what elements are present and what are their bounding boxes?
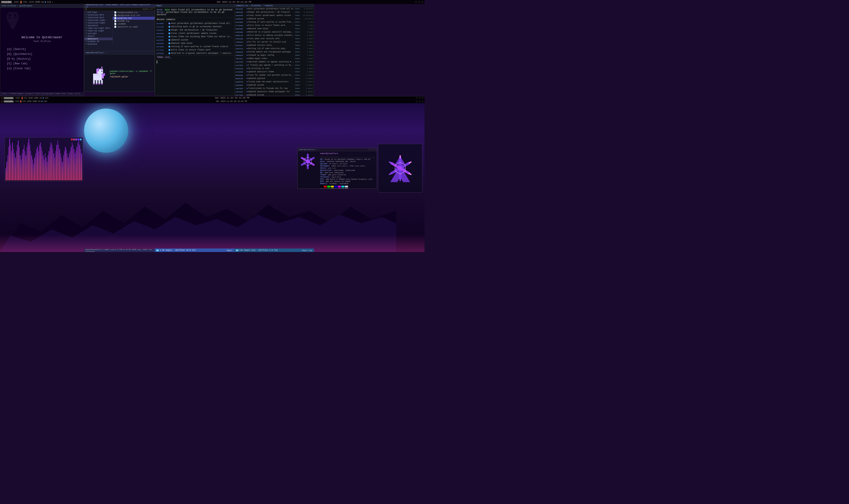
merge-head-label: Head: main main Fixed all screenshots to… (157, 8, 233, 11)
log-4[interactable]: 5af930d ● Testing if auto-cpufreq is sys… (235, 21, 314, 24)
music-color-swatches (71, 139, 82, 140)
qute-menu-closetab[interactable]: [x] [Close tab] (7, 66, 77, 71)
dir-selenized3[interactable]: f selenized-light (84, 19, 112, 22)
recent-commits-header: Recent commits (155, 17, 234, 22)
log-3[interactable]: a4995e0 ● Updated system Emmet 18 hours (235, 17, 314, 21)
log-19[interactable]: cefd230 ● Updated uwunicorn theme Emmet … (235, 70, 314, 74)
file-bg256[interactable]: 📄background256.txt (113, 11, 155, 14)
commit-9[interactable]: a265b80 Reverted to original uwunicorn w… (155, 52, 234, 55)
svg-rect-30 (409, 173, 412, 175)
svg-rect-13 (98, 68, 99, 71)
dir-spacedusk[interactable]: f spacedusk (84, 24, 112, 27)
commit-5[interactable]: bad2003 Updated system (155, 38, 234, 42)
qute-menu-history[interactable]: [S h] [History] (7, 57, 77, 62)
dir-tomorrow1[interactable]: f tomorrow-night-dark (84, 27, 112, 30)
music-bar-41 (45, 153, 45, 181)
log-11[interactable]: 0c51b1c ● Updated install notes Emmet 1 … (235, 44, 314, 47)
music-bar-45 (49, 151, 49, 180)
dir-ubuntu[interactable]: f ubuntu (84, 35, 112, 38)
bottom-topbar: ⬡ Youtube 100% ▓ 59% 104% 100% 1% ■ 11% … (0, 100, 424, 103)
log-16[interactable]: e011f20 ● Improved comment on agenda syn… (235, 60, 314, 64)
log-21[interactable]: bbb0140 ● Updated pypland Emmet 2 weeks (235, 77, 314, 80)
commit-6[interactable]: a950d60 Removed some bloat (155, 42, 234, 45)
log-9[interactable]: fb15130 ● Fixes qemu user session uefi E… (235, 37, 314, 40)
dir-selenized4[interactable]: f selenized-light (84, 22, 112, 24)
qutebrowser-window: Tech Profile — qutebrowser ░░░░░░░░░ ░░ … (0, 4, 84, 96)
music-bar-35 (39, 145, 40, 181)
file-bgurl[interactable]: 📄background-url1.txt (113, 14, 155, 17)
color-swatch-3 (331, 186, 334, 187)
dir-ald-hope[interactable]: f ald-hope (84, 11, 112, 14)
neofetch-body: emmet@snowflare ───────────────── OS: Ni… (297, 151, 377, 189)
music-bar-2 (7, 155, 8, 180)
log-6[interactable]: a950d60 ● Removed some bloat Emmet 1 day (235, 27, 314, 31)
dir-tomorrow2[interactable]: f tomorrow-night (84, 30, 112, 32)
dir-selenized2[interactable]: f selenized-dark (84, 16, 112, 19)
log-10[interactable]: f7094c6 ● Fix for nix parser on install.… (235, 40, 314, 44)
file-polarity[interactable]: 📄polarity.txt (113, 17, 155, 20)
commit-dot-3 (168, 33, 170, 34)
dir-selenized1[interactable]: f selenized-dark (84, 14, 112, 16)
bottom-tag-youtube[interactable]: Youtube (3, 100, 14, 103)
log-20[interactable]: b0b04a8 ● Fixes for waybar and patched c… (235, 74, 314, 77)
log-25[interactable]: e4fe53c ● Updated uwunicorn theme wallpa… (235, 90, 314, 93)
log-13[interactable]: 1a6bb19 ● Pinned embark and reorganized … (235, 50, 314, 54)
color-swatch-1 (324, 186, 327, 187)
log-24[interactable]: eabf503 ● Transitioned to flatpak obs fo… (235, 87, 314, 90)
music-bars (5, 138, 83, 181)
music-bar-70 (73, 145, 73, 181)
neofetch-username: emmet@snowflare (320, 152, 375, 155)
dir-twilight[interactable]: f twilight (84, 32, 112, 35)
music-bar-42 (46, 157, 46, 181)
music-bar-33 (37, 147, 38, 180)
taskbar-youtube[interactable]: Youtube (3, 97, 14, 99)
log-15[interactable]: 70af21c ● Added magit-todos Emmet 1 week (235, 57, 314, 60)
music-bar-28 (33, 159, 33, 180)
log-1[interactable]: 49b010a ● Ranger dnd optimization + qb f… (235, 11, 314, 14)
log-8[interactable]: e083c40 ● Extra detail on adding unstabl… (235, 34, 314, 37)
music-bar-38 (42, 151, 42, 180)
dir-woodland[interactable]: f woodland (84, 43, 112, 46)
tag-youtube[interactable]: Youtube (1, 1, 12, 3)
dir-uwunicorn[interactable]: f uwunicorn (84, 38, 112, 40)
commit-3[interactable]: a04e6b0 Fixes recent qutebrowser update … (155, 32, 234, 35)
commit-0[interactable]: dee0888 main gitea/main gitlab/main gith… (155, 22, 234, 25)
commit-8[interactable]: 2774c0c Extra lines to ensure flakes wor… (155, 49, 234, 52)
svg-rect-12 (96, 69, 98, 74)
qute-menu-search[interactable]: [o] [Search] (7, 47, 77, 52)
log-0[interactable]: f9a1b28 ● main gitea/main github/main Fi… (235, 7, 314, 11)
color-swatch-14 (341, 188, 344, 189)
neofetch-nixos-logo (299, 152, 317, 170)
commit-1[interactable]: 4e4c50d Switching back to gh as screensh… (155, 25, 234, 29)
qute-menu: [o] [Search] [b] [Quickmarks] [S h] [His… (7, 47, 77, 71)
file-yaml[interactable]: 📄uwunicorn-yt.yaml (113, 25, 155, 28)
log-12[interactable]: 1a07f18 ● Getting rid of some electron p… (235, 47, 314, 50)
tag-cpu2: 104% (29, 1, 34, 3)
log-2[interactable]: a4e0f60 ● Fixes recent qutebrowser updat… (235, 14, 314, 17)
music-bar-47 (51, 143, 51, 180)
dir-win95[interactable]: f windows-95 (84, 40, 112, 43)
log-5[interactable]: 2774c0b ● Extra lines to ensure flakes w… (235, 24, 314, 27)
music-bar-56 (59, 149, 60, 181)
file-readme[interactable]: 📄README.org (113, 20, 155, 22)
log-14[interactable]: c0b0310 ● Cleaned up magit config Emmet … (235, 54, 314, 57)
music-bar-27 (31, 155, 32, 180)
color-swatch-15 (345, 188, 348, 189)
log-17[interactable]: e1c7253 ● I finally got agenda + syntchi… (235, 64, 314, 67)
commit-4[interactable]: 8700c8d Fixes flake not building when fl… (155, 35, 234, 38)
git-log-statusbar: ◉ 11k magit-log: .dotfiles 1:0 Top Magit… (234, 249, 314, 252)
neofetch-window: emmet@snowflare: ~ ⬡ ⬡ ⬡ emmet@snowflare… (297, 148, 377, 189)
log-26[interactable]: b3c7d04 ● Updated system Emmet 3 weeks (235, 93, 314, 95)
log-18[interactable]: df4eee8 ● 3d printing is cool Emmet 1 we… (235, 67, 314, 70)
music-bar-40 (44, 159, 44, 180)
qute-menu-newtab[interactable]: [t] [New tab] (7, 61, 77, 66)
middle-taskbar: ⬡ Youtube 100% ▓ 59% 104% 100% 1% ■ 11% … (0, 96, 424, 100)
log-22[interactable]: a568f50 ● Trying some new power optimiza… (235, 80, 314, 84)
commit-7[interactable]: 5df35d2 Testing if auto-cpufreq is syste… (155, 45, 234, 49)
log-23[interactable]: 5a94da4 ● Updated system Emmet 2 weeks (235, 84, 314, 87)
file-license[interactable]: 📄LICENSE (113, 22, 155, 25)
svg-rect-19 (93, 76, 102, 76)
qute-menu-quickmarks[interactable]: [b] [Quickmarks] (7, 52, 77, 57)
log-7[interactable]: a265b80 ● Reverted to original uwunicorn… (235, 31, 314, 34)
commit-2[interactable]: 4f606c4 Ranger dnd optimization + qb fil… (155, 29, 234, 32)
